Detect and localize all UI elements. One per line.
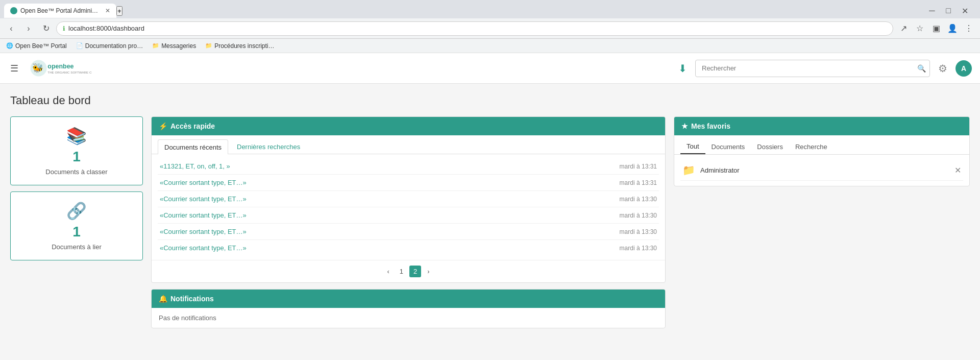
back-button[interactable]: ‹ bbox=[4, 21, 18, 36]
list-item[interactable]: «Courrier sortant type, ET…» mardi à 13:… bbox=[158, 207, 659, 224]
browser-nav-icons: ↗ ☆ ▣ 👤 ⋮ bbox=[896, 21, 976, 36]
search-button[interactable]: 🔍 bbox=[917, 64, 926, 73]
bookmark-doc[interactable]: 📄 Documentation pro… bbox=[74, 41, 145, 51]
bookmark-messageries[interactable]: 📁 Messageries bbox=[150, 41, 198, 51]
maximize-button[interactable]: □ bbox=[941, 4, 955, 18]
acces-rapide-tabs: Documents récents Dernières recherches bbox=[152, 135, 665, 154]
doc-name-5: «Courrier sortant type, ET…» bbox=[160, 244, 247, 252]
menu-icon[interactable]: ⋮ bbox=[962, 21, 976, 36]
doc-time-4: mardi à 13:30 bbox=[620, 228, 657, 235]
svg-text:🐝: 🐝 bbox=[32, 62, 44, 73]
acces-rapide-body: Documents récents Dernières recherches «… bbox=[152, 135, 665, 282]
acces-rapide-panel: ⚡ Accès rapide Documents récents Dernièr… bbox=[151, 116, 666, 283]
bookmark-procedures[interactable]: 📁 Procédures inscripti… bbox=[203, 41, 276, 51]
notifications-body: Pas de notifications bbox=[152, 308, 665, 328]
link-label: Documents à lier bbox=[52, 243, 102, 251]
bookmark-procedures-label: Procédures inscripti… bbox=[214, 42, 274, 50]
mes-favoris-panel: ★ Mes favoris Tout Documents Dossiers Re… bbox=[674, 116, 970, 186]
mes-favoris-title: Mes favoris bbox=[691, 122, 730, 130]
page-content: Tableau de bord 📚 1 Documents à classer … bbox=[0, 84, 980, 360]
acces-rapide-header: ⚡ Accès rapide bbox=[152, 117, 665, 135]
forward-button[interactable]: › bbox=[21, 21, 36, 36]
favoris-item-close-button[interactable]: ✕ bbox=[954, 165, 961, 175]
list-item[interactable]: «11321, ET, on, off, 1, » mardi à 13:31 bbox=[158, 158, 659, 175]
favoris-folder-icon: 📁 bbox=[682, 164, 695, 176]
notifications-title: Notifications bbox=[170, 295, 214, 303]
link-count: 1 bbox=[72, 224, 81, 240]
openbee-logo: 🐝 openbee THE ORGANIC SOFTWARE COMPANY bbox=[29, 58, 92, 79]
svg-text:THE ORGANIC SOFTWARE COMPANY: THE ORGANIC SOFTWARE COMPANY bbox=[47, 70, 92, 74]
close-window-button[interactable]: ✕ bbox=[958, 4, 972, 18]
share-icon[interactable]: ↗ bbox=[896, 21, 911, 36]
doc-name-4: «Courrier sortant type, ET…» bbox=[160, 228, 247, 235]
next-page-button[interactable]: › bbox=[423, 266, 433, 277]
list-item[interactable]: «Courrier sortant type, ET…» mardi à 13:… bbox=[158, 175, 659, 191]
doc-time-3: mardi à 13:30 bbox=[620, 212, 657, 219]
bookmark-openbee-icon: 🌐 bbox=[6, 42, 13, 49]
list-item[interactable]: «Courrier sortant type, ET…» mardi à 13:… bbox=[158, 191, 659, 207]
reload-button[interactable]: ↻ bbox=[39, 21, 53, 36]
list-item[interactable]: 📁 Administrator ✕ bbox=[680, 160, 963, 181]
doc-time-5: mardi à 13:30 bbox=[620, 245, 657, 252]
minimize-button[interactable]: ─ bbox=[925, 4, 939, 18]
favoris-items: 📁 Administrator ✕ bbox=[674, 155, 969, 186]
link-icon: 🔗 bbox=[66, 201, 87, 221]
bookmark-openbee-label: Open Bee™ Portal bbox=[15, 42, 67, 50]
prev-page-button[interactable]: ‹ bbox=[383, 266, 393, 277]
doc-name-1: «Courrier sortant type, ET…» bbox=[160, 179, 247, 186]
pagination: ‹ 1 2 › bbox=[152, 260, 665, 282]
doc-time-2: mardi à 13:30 bbox=[620, 196, 657, 203]
favoris-tab-documents[interactable]: Documents bbox=[705, 139, 751, 154]
mes-favoris-icon: ★ bbox=[681, 122, 688, 130]
tab-favicon bbox=[10, 7, 17, 14]
bookmark-messageries-icon: 📁 bbox=[152, 42, 159, 49]
list-item[interactable]: «Courrier sortant type, ET…» mardi à 13:… bbox=[158, 224, 659, 240]
document-list: «11321, ET, on, off, 1, » mardi à 13:31 … bbox=[152, 154, 665, 260]
dashboard-grid: 📚 1 Documents à classer 🔗 1 Documents à … bbox=[10, 116, 970, 328]
tab-bar: Open Bee™ Portal Administrator ✕ + ─ □ ✕ bbox=[0, 0, 980, 18]
notifications-header: 🔔 Notifications bbox=[152, 290, 665, 308]
hamburger-button[interactable]: ☰ bbox=[8, 61, 20, 76]
page-2-button[interactable]: 2 bbox=[409, 266, 421, 277]
browser-chrome: Open Bee™ Portal Administrator ✕ + ─ □ ✕… bbox=[0, 0, 980, 53]
favoris-tab-dossiers[interactable]: Dossiers bbox=[751, 139, 789, 154]
favoris-tab-tout[interactable]: Tout bbox=[680, 139, 705, 154]
doc-name-2: «Courrier sortant type, ET…» bbox=[160, 195, 247, 203]
tab-documents-recents[interactable]: Documents récents bbox=[158, 139, 228, 154]
avatar-button[interactable]: A bbox=[955, 60, 972, 77]
mes-favoris-body: Tout Documents Dossiers Recherche 📁 Admi… bbox=[674, 135, 969, 186]
profile-icon[interactable]: 👤 bbox=[945, 21, 960, 36]
url-bar[interactable]: ℹ localhost:8000/dashboard bbox=[56, 21, 893, 36]
bookmark-openbee[interactable]: 🌐 Open Bee™ Portal bbox=[4, 41, 69, 51]
acces-rapide-icon: ⚡ bbox=[159, 122, 167, 130]
active-tab[interactable]: Open Bee™ Portal Administrator ✕ bbox=[4, 4, 116, 18]
download-button[interactable]: ⬇ bbox=[678, 62, 687, 75]
list-item[interactable]: «Courrier sortant type, ET…» mardi à 13:… bbox=[158, 240, 659, 256]
search-container: 🔍 bbox=[695, 60, 930, 77]
tab-label: Open Bee™ Portal Administrator bbox=[20, 7, 100, 14]
classify-count: 1 bbox=[72, 149, 81, 165]
settings-button[interactable]: ⚙ bbox=[938, 62, 947, 75]
tab-dernieres-recherches[interactable]: Dernières recherches bbox=[230, 139, 307, 154]
close-tab-icon[interactable]: ✕ bbox=[105, 7, 110, 14]
svg-text:openbee: openbee bbox=[47, 62, 74, 69]
favoris-tab-recherche[interactable]: Recherche bbox=[789, 139, 834, 154]
acces-rapide-title: Accès rapide bbox=[170, 122, 215, 130]
search-input[interactable] bbox=[695, 60, 930, 77]
page-title: Tableau de bord bbox=[10, 94, 970, 107]
notifications-icon: 🔔 bbox=[159, 295, 167, 303]
stat-card-classify[interactable]: 📚 1 Documents à classer bbox=[10, 116, 143, 185]
page-1-button[interactable]: 1 bbox=[396, 266, 407, 277]
favoris-tabs: Tout Documents Dossiers Recherche bbox=[674, 135, 969, 155]
logo: 🐝 openbee THE ORGANIC SOFTWARE COMPANY bbox=[29, 58, 92, 79]
doc-time-1: mardi à 13:31 bbox=[620, 179, 657, 186]
classify-icon: 📚 bbox=[66, 126, 87, 146]
left-column: 📚 1 Documents à classer 🔗 1 Documents à … bbox=[10, 116, 143, 260]
split-view-icon[interactable]: ▣ bbox=[929, 21, 943, 36]
stat-card-link[interactable]: 🔗 1 Documents à lier bbox=[10, 191, 143, 260]
favoris-item-name-0: Administrator bbox=[700, 166, 949, 174]
new-tab-button[interactable]: + bbox=[116, 6, 122, 16]
bookmark-doc-label: Documentation pro… bbox=[85, 42, 143, 50]
bookmark-star-icon[interactable]: ☆ bbox=[913, 21, 927, 36]
classify-label: Documents à classer bbox=[45, 168, 107, 176]
